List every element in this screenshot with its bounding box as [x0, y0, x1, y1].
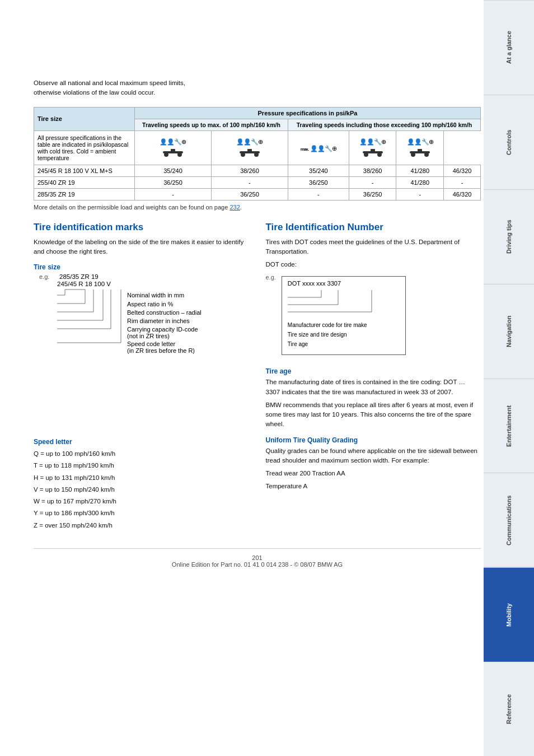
- table-row-2-v1: 36/250: [135, 176, 212, 188]
- speed-y: Y = up to 186 mph/300 km/h: [34, 507, 249, 519]
- table-row-3-v5: -: [396, 188, 444, 200]
- table-row-1-v6: 46/320: [444, 165, 481, 176]
- annotation-diagram: Nominal width in mm Aspect ratio in % Be…: [57, 290, 249, 431]
- eg-label-1: e.g.: [39, 273, 57, 280]
- svg-rect-11: [371, 149, 375, 152]
- sidebar-tab-entertainment[interactable]: Entertainment: [484, 379, 534, 473]
- annot-aspect-ratio: Aspect ratio in %: [127, 301, 174, 307]
- intro-text: Observe all national and local maximum s…: [34, 78, 213, 98]
- table-row-1-v4: 38/260: [349, 165, 396, 176]
- svg-rect-3: [171, 149, 175, 152]
- dot-annotations: Manufacturer code for tire make Tire siz…: [288, 320, 400, 349]
- table-desc-cell: All pressure specifications in the table…: [34, 130, 135, 165]
- table-row-2-v6: -: [444, 176, 481, 188]
- edition-text: Online Edition for Part no. 01 41 0 014 …: [34, 561, 481, 568]
- table-icon-3: 👤👤🔧⊕: [349, 130, 396, 165]
- svg-rect-15: [418, 149, 422, 152]
- tire-age-text2: BMW recommends that you replace all tire…: [266, 400, 481, 430]
- annot-rim-diameter: Rim diameter in inches: [127, 318, 190, 324]
- annot-zr-before-r: (in ZR tires before the R): [127, 347, 195, 354]
- dot-example-container: e.g. DOT xxxx xxx 3307: [266, 273, 481, 361]
- tire-example-2: 245/45 R 18 100 V: [57, 281, 111, 287]
- tire-marks-intro: Knowledge of the labeling on the side of…: [34, 237, 249, 257]
- footnote: More details on the permissible load and…: [34, 204, 481, 211]
- sidebar-tab-controls[interactable]: Controls: [484, 95, 534, 189]
- utqg-example1: Tread wear 200 Traction AA: [266, 469, 481, 478]
- tire-marks-title: Tire identification marks: [34, 222, 249, 233]
- table-row-3-v2: 36/250: [211, 188, 288, 200]
- sidebar-tab-communications[interactable]: Communications: [484, 473, 534, 567]
- table-col-pressure: Pressure specifications in psi/kPa: [135, 107, 481, 119]
- annot-speed-code: Speed code letter: [127, 340, 175, 347]
- dot-box: DOT xxxx xxx 3307 Manufacture: [282, 276, 406, 355]
- tire-example-1: 285/35 ZR 19: [59, 273, 99, 280]
- speed-letter-subtitle: Speed letter: [34, 438, 249, 446]
- utqg-example2: Temperature A: [266, 482, 481, 491]
- speed-z: Z = over 150 mph/240 km/h: [34, 520, 249, 531]
- table-row-3-v3: -: [288, 188, 349, 200]
- sidebar-tab-reference[interactable]: Reference: [484, 662, 534, 756]
- table-row-2-v5: 41/280: [396, 176, 444, 188]
- speed-letter-list: Q = up to 100 mph/160 km/h T = up to 118…: [34, 448, 249, 531]
- annot-not-zr: (not in ZR tires): [127, 333, 170, 339]
- table-row-1-v3: 35/240: [288, 165, 349, 176]
- table-row-1-size: 245/45 R 18 100 V XL M+S: [34, 165, 135, 176]
- utqg-subtitle: Uniform Tire Quality Grading: [266, 436, 481, 444]
- dot-example-text: DOT xxxx xxx 3307: [288, 280, 400, 287]
- dot-eg-label: e.g.: [266, 274, 276, 281]
- annot-carrying-capacity: Carrying capacity ID-code: [127, 326, 198, 333]
- tire-age-text1: The manufacturing date of tires is conta…: [266, 377, 481, 397]
- left-column: Tire identification marks Knowledge of t…: [34, 222, 249, 531]
- sidebar-tab-navigation[interactable]: Navigation: [484, 284, 534, 379]
- page-footer: 201 Online Edition for Part no. 01 41 0 …: [34, 548, 481, 568]
- table-row-2-v3: 36/250: [288, 176, 349, 188]
- svg-rect-7: [247, 149, 252, 152]
- tire-age-subtitle: Tire age: [266, 367, 481, 375]
- svg-point-6: [254, 152, 259, 157]
- speed-h: H = up to 131 mph/210 km/h: [34, 472, 249, 484]
- svg-point-9: [364, 152, 368, 157]
- svg-point-14: [424, 152, 429, 157]
- tire-size-diagram: e.g. 285/35 ZR 19 245/45 R 18 100 V: [34, 273, 249, 431]
- svg-point-1: [164, 152, 168, 157]
- sidebar-tab-at-a-glance[interactable]: At a glance: [484, 0, 534, 95]
- table-icon-1: 👤👤🔧⊕: [135, 130, 212, 165]
- table-row-3-size: 285/35 ZR 19: [34, 188, 135, 200]
- table-row-2-size: 255/40 ZR 19: [34, 176, 135, 188]
- tire-size-subtitle: Tire size: [34, 263, 249, 271]
- table-row-1-v1: 35/240: [135, 165, 212, 176]
- table-col-tire-size: Tire size: [34, 107, 135, 130]
- annot-belted: Belted construction – radial: [127, 309, 202, 316]
- svg-point-2: [177, 152, 182, 157]
- sidebar-tab-driving-tips[interactable]: Driving tips: [484, 189, 534, 284]
- utqg-text: Quality grades can be found where applic…: [266, 446, 481, 466]
- main-content: Observe all national and local maximum s…: [34, 0, 481, 590]
- two-column-section: Tire identification marks Knowledge of t…: [34, 222, 481, 531]
- table-row-3-v6: 46/320: [444, 188, 481, 200]
- svg-point-10: [377, 152, 382, 157]
- table-row-2-v4: -: [349, 176, 396, 188]
- table-row-1-v5: 41/280: [396, 165, 444, 176]
- tire-table: Tire size Pressure specifications in psi…: [34, 107, 481, 200]
- sidebar: At a glance Controls Driving tips Naviga…: [484, 0, 534, 756]
- table-subheader-high-speed: Traveling speeds including those exceedi…: [288, 119, 480, 130]
- table-icon-max: max. 👤👤🔧⊕: [288, 130, 349, 165]
- table-subheader-low-speed: Traveling speeds up to max. of 100 mph/1…: [135, 119, 288, 130]
- speed-v: V = up to 150 mph/240 km/h: [34, 484, 249, 496]
- sidebar-tab-mobility[interactable]: Mobility: [484, 567, 534, 662]
- footnote-link[interactable]: 232: [229, 204, 240, 211]
- table-icon-4: 👤👤🔧⊕: [396, 130, 444, 165]
- table-row-1-v2: 38/260: [211, 165, 288, 176]
- speed-w: W = up to 167 mph/270 km/h: [34, 496, 249, 507]
- right-column: Tire Identification Number Tires with DO…: [266, 222, 481, 531]
- table-row-3-v1: -: [135, 188, 212, 200]
- annot-nominal-width: Nominal width in mm: [127, 292, 184, 298]
- table-row-3-v4: 36/250: [349, 188, 396, 200]
- speed-q: Q = up to 100 mph/160 km/h: [34, 448, 249, 460]
- speed-t: T = up to 118 mph/190 km/h: [34, 460, 249, 472]
- table-row-2-v2: -: [211, 176, 288, 188]
- svg-point-5: [241, 152, 245, 157]
- tin-intro: Tires with DOT codes meet the guidelines…: [266, 237, 481, 257]
- tin-title: Tire Identification Number: [266, 222, 481, 233]
- dot-label: DOT code:: [266, 260, 481, 269]
